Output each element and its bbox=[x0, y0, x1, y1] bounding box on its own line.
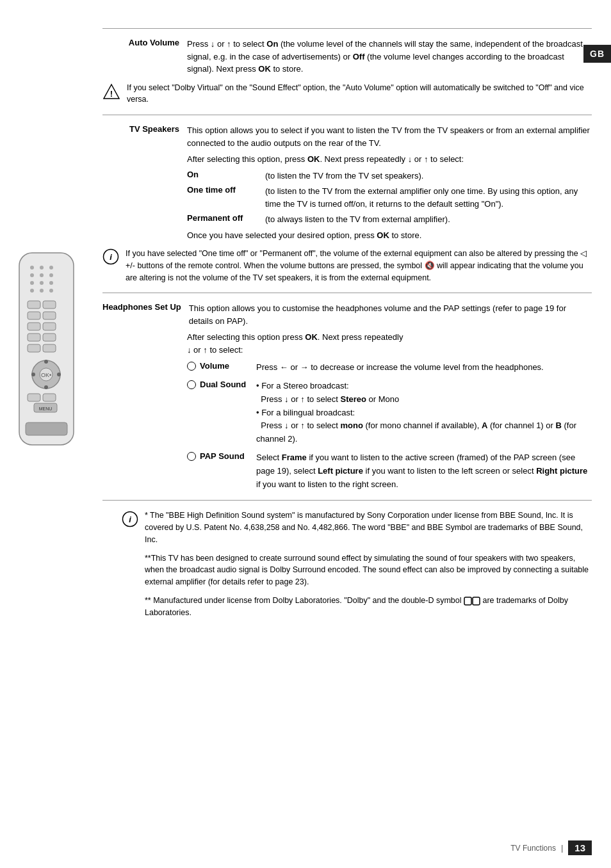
svg-rect-38 bbox=[28, 394, 40, 401]
svg-point-37 bbox=[57, 373, 61, 376]
info-icon: i bbox=[102, 248, 119, 265]
warning-icon: ! bbox=[102, 83, 120, 100]
headphones-section: Headphones Set Up This option allows you… bbox=[102, 302, 592, 491]
svg-rect-23 bbox=[28, 312, 40, 319]
note-info-icon: i bbox=[122, 511, 138, 527]
svg-text:i: i bbox=[129, 515, 131, 524]
hp-option-dual-sound-label: Dual Sound bbox=[187, 380, 251, 446]
hp-option-dual-sound: Dual Sound • For a Stereo broadcast: Pre… bbox=[187, 380, 592, 446]
option-permanent-off: Permanent off (to always listen to the T… bbox=[187, 213, 592, 226]
svg-rect-22 bbox=[43, 301, 56, 309]
hp-option-dual-sound-text: • For a Stereo broadcast: Press ↓ or ↑ t… bbox=[256, 380, 592, 446]
hp-option-pap-sound-text: Select Frame if you want to listen to th… bbox=[256, 451, 592, 491]
svg-point-34 bbox=[44, 360, 48, 364]
auto-volume-text: Press ↓ or ↑ to select On (the volume le… bbox=[187, 38, 592, 76]
warning-text: If you select "Dolby Virtual" on the "So… bbox=[127, 82, 592, 106]
auto-volume-label: Auto Volume bbox=[102, 38, 179, 76]
hp-option-volume-text: Press ← or → to decrease or increase the… bbox=[256, 361, 592, 374]
gb-tab: GB bbox=[583, 45, 611, 63]
circle-icon-dual bbox=[187, 380, 196, 389]
info-text-tv: If you have selected "One time off" or "… bbox=[126, 248, 592, 284]
tv-speakers-label: TV Speakers bbox=[102, 124, 179, 149]
footer-text: TV Functions bbox=[510, 844, 556, 853]
option-one-time-off: One time off (to listen to the TV from t… bbox=[187, 185, 592, 210]
divider-3 bbox=[102, 293, 592, 293]
svg-point-17 bbox=[49, 281, 53, 285]
top-divider bbox=[102, 28, 592, 29]
note-2-text: **This TV has been designed to create su… bbox=[145, 552, 592, 588]
note-1-row: i * The "BBE High Definition Sound syste… bbox=[122, 510, 592, 545]
svg-rect-42 bbox=[26, 422, 67, 435]
svg-text:MENU: MENU bbox=[39, 406, 53, 411]
hp-header: Headphones Set Up This option allows you… bbox=[102, 302, 592, 327]
svg-point-14 bbox=[49, 273, 53, 277]
svg-text:OK•: OK• bbox=[41, 372, 51, 378]
circle-icon-volume bbox=[187, 362, 196, 371]
svg-point-19 bbox=[40, 289, 44, 293]
hp-intro: This option allows you to customise the … bbox=[189, 302, 592, 327]
hp-after-select: After selecting this option press OK. Ne… bbox=[187, 331, 592, 356]
svg-rect-28 bbox=[43, 334, 56, 341]
divider-2 bbox=[102, 115, 592, 115]
tv-speakers-intro: This option allows you to select if you … bbox=[187, 124, 592, 149]
auto-volume-section: Auto Volume Press ↓ or ↑ to select On (t… bbox=[102, 38, 592, 76]
svg-rect-7 bbox=[473, 597, 480, 605]
svg-point-35 bbox=[44, 385, 48, 389]
notes-section: i * The "BBE High Definition Sound syste… bbox=[102, 510, 592, 618]
tv-after-select: After selecting this option, press OK. N… bbox=[187, 153, 592, 166]
svg-point-13 bbox=[40, 273, 44, 277]
svg-point-11 bbox=[49, 266, 53, 269]
svg-point-12 bbox=[30, 273, 34, 277]
option-one-time-off-label: One time off bbox=[187, 185, 257, 210]
dolby-symbol bbox=[464, 597, 480, 606]
page: GB Auto Volume Press ↓ or ↑ to select On… bbox=[0, 0, 611, 868]
option-one-time-off-text: (to listen to the TV from the external a… bbox=[265, 185, 592, 210]
hp-option-pap-sound-label: PAP Sound bbox=[187, 451, 251, 491]
circle-icon-pap bbox=[187, 452, 196, 461]
page-footer: TV Functions | 13 bbox=[510, 840, 592, 855]
option-permanent-off-label: Permanent off bbox=[187, 213, 257, 226]
hp-option-volume-label: Volume bbox=[187, 361, 251, 374]
svg-point-16 bbox=[40, 281, 44, 285]
svg-rect-29 bbox=[28, 344, 40, 352]
svg-rect-24 bbox=[43, 312, 56, 319]
option-on-text: (to listen the TV from the TV set speake… bbox=[265, 170, 592, 182]
hp-option-volume: Volume Press ← or → to decrease or incre… bbox=[187, 361, 592, 374]
option-permanent-off-text: (to always listen to the TV from externa… bbox=[265, 213, 592, 226]
hp-option-pap-sound: PAP Sound Select Frame if you want to li… bbox=[187, 451, 592, 491]
svg-point-9 bbox=[30, 266, 34, 269]
svg-point-10 bbox=[40, 266, 44, 269]
hp-label: Headphones Set Up bbox=[102, 302, 181, 327]
svg-point-15 bbox=[30, 281, 34, 285]
svg-text:i: i bbox=[110, 252, 112, 262]
note-3-text: ** Manufactured under license from Dolby… bbox=[145, 595, 592, 619]
tv-once-selected: Once you have selected your desired opti… bbox=[187, 229, 592, 242]
option-on: On (to listen the TV from the TV set spe… bbox=[187, 170, 592, 182]
svg-rect-39 bbox=[43, 394, 56, 401]
warning-box: ! If you select "Dolby Virtual" on the "… bbox=[102, 82, 592, 106]
svg-rect-6 bbox=[464, 597, 471, 605]
remote-control: OK• MENU bbox=[10, 250, 93, 450]
svg-rect-30 bbox=[43, 344, 56, 352]
svg-point-36 bbox=[31, 373, 35, 376]
note-1-text: * The "BBE High Definition Sound system"… bbox=[145, 510, 592, 545]
svg-rect-27 bbox=[28, 334, 40, 341]
main-content: Auto Volume Press ↓ or ↑ to select On (t… bbox=[102, 13, 592, 618]
svg-point-18 bbox=[30, 289, 34, 293]
svg-text:!: ! bbox=[110, 89, 113, 99]
option-on-label: On bbox=[187, 170, 257, 182]
tv-speakers-section: TV Speakers This option allows you to se… bbox=[102, 124, 592, 241]
svg-point-20 bbox=[49, 289, 53, 293]
remote-svg: OK• MENU bbox=[10, 250, 83, 448]
svg-rect-21 bbox=[28, 301, 40, 309]
footer-page-number: 13 bbox=[568, 840, 592, 855]
svg-rect-26 bbox=[43, 323, 56, 330]
svg-rect-25 bbox=[28, 323, 40, 330]
tv-header: TV Speakers This option allows you to se… bbox=[102, 124, 592, 149]
info-box-tv: i If you have selected "One time off" or… bbox=[102, 248, 592, 284]
divider-4 bbox=[102, 500, 592, 501]
